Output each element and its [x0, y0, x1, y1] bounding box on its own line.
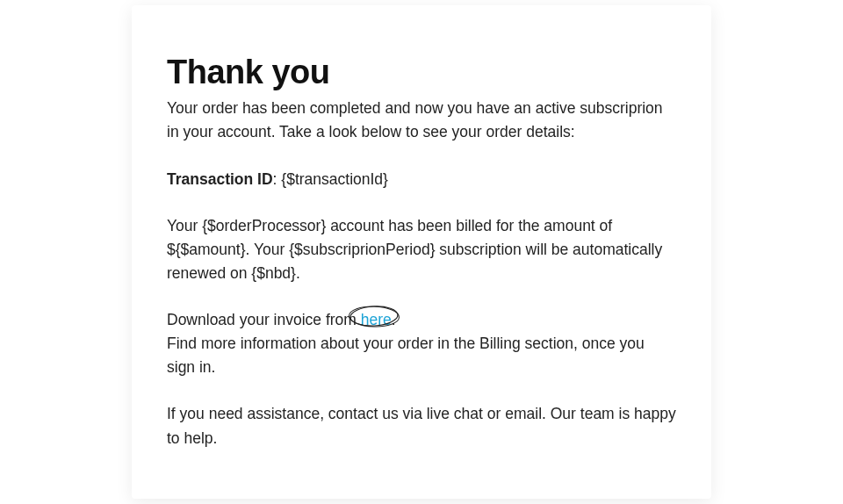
transaction-id-value: {$transactionId}	[281, 170, 388, 188]
transaction-id-label: Transaction ID	[167, 170, 273, 188]
confirmation-card: Thank you Your order has been completed …	[132, 5, 711, 498]
billing-section-info: Find more information about your order i…	[167, 332, 676, 379]
transaction-line: Transaction ID: {$transactionId}	[167, 168, 676, 191]
download-suffix: .	[392, 311, 396, 328]
page-title: Thank you	[167, 54, 676, 91]
download-invoice-line: Download your invoice from here.	[167, 308, 676, 332]
invoice-download-link[interactable]: here	[361, 308, 392, 332]
download-prefix: Download your invoice from	[167, 311, 361, 328]
invoice-info-block: Download your invoice from here. Find mo…	[167, 308, 676, 379]
assistance-text: If you need assistance, contact us via l…	[167, 402, 676, 450]
transaction-separator: :	[273, 170, 282, 188]
billing-text: Your {$orderProcessor} account has been …	[167, 214, 676, 285]
intro-text: Your order has been completed and now yo…	[167, 97, 676, 144]
invoice-link-text: here	[361, 311, 392, 328]
